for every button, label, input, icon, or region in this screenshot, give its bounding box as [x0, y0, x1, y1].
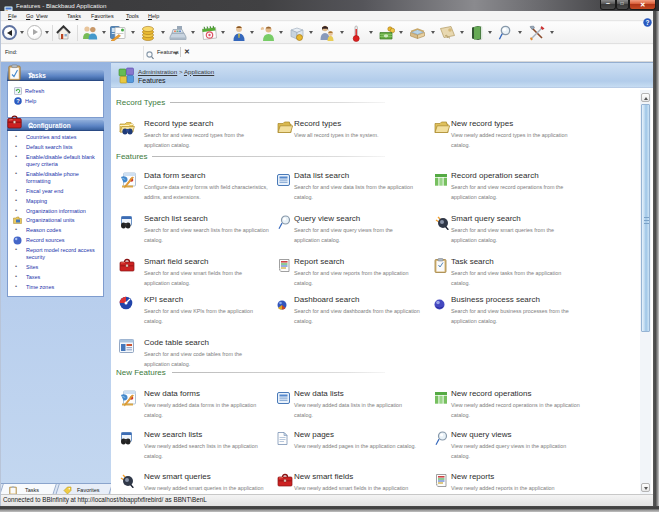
svg-text:?: ? [646, 19, 650, 26]
svg-text:?: ? [16, 98, 20, 104]
